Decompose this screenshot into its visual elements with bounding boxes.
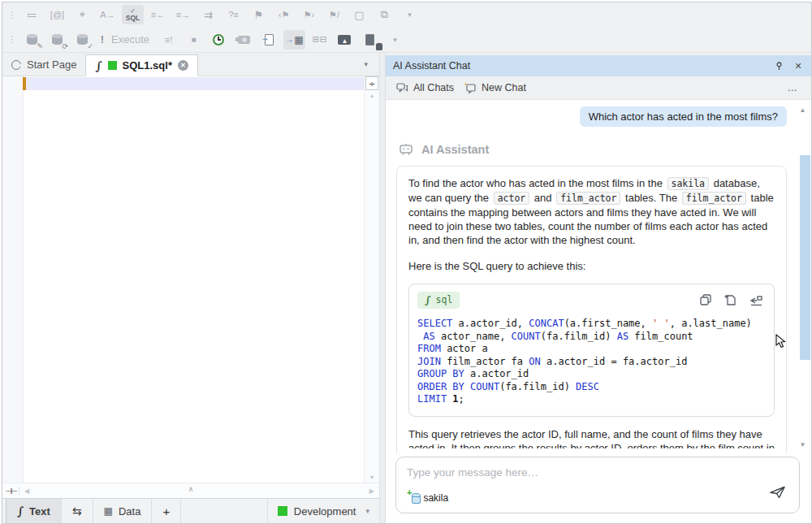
collapse-pane-icon[interactable]: ∧ [188,485,194,493]
editor-vertical-scrollbar[interactable]: ÷ ▲ ▼ [364,76,379,483]
tab-list-caret-icon[interactable]: ▾ [352,60,379,68]
chats-icon [396,83,408,93]
sql-editor[interactable]: ÷ ▲ ▼ [2,76,379,483]
db-refresh-icon[interactable]: ⟳ [46,30,68,50]
chat-input-box[interactable]: Type your message here… + sakila [395,457,800,513]
main-split: Start Page ∫ SQL1.sql* ✕ ▾ ÷ ▲ [2,53,811,523]
import-to-table-icon[interactable]: →▦ [283,30,305,50]
tab-start-page[interactable]: Start Page [2,54,85,76]
import-file-icon[interactable]: → [258,30,280,50]
layout-icon[interactable]: ⊞⊟ [309,30,330,50]
outdent-icon[interactable]: ≡← [147,5,169,24]
all-chats-button[interactable]: All Chats [394,82,456,93]
toolbar-grip-icon[interactable]: ⋮ [7,34,15,45]
profile-color-square [278,506,287,516]
query-history-icon[interactable] [208,30,230,50]
view-tabstrip: ∫ Text ⇆ ▦ Data + Development ▾ [2,498,379,523]
execute-label[interactable]: Execute [111,33,149,45]
next-bookmark-icon[interactable]: ⚑› [298,5,320,24]
indent-icon[interactable]: ≡→ [172,5,194,24]
swap-view-button[interactable]: ⇆ [62,499,93,523]
db-edit-icon[interactable]: ✎ [21,30,43,50]
chat-scrollbar-thumb[interactable] [800,155,810,360]
stop-icon[interactable]: ■ [183,30,205,50]
chat-more-options[interactable]: … [788,82,804,93]
word-completion-icon[interactable]: A→ [97,5,119,24]
select-target-icon[interactable]: ⌖ [71,5,93,24]
script-icon: ∫ [95,60,102,71]
all-chats-label: All Chats [413,82,454,93]
scroll-left-icon[interactable]: ◀ [19,487,34,495]
database-icon [412,493,421,504]
new-file-from-code-icon[interactable] [724,294,736,306]
chat-input-placeholder: Type your message here… [407,466,788,479]
chat-scroll-down-icon[interactable]: ▼ [800,441,806,452]
sql-code-block: ∫ sql SELECT a.actor_id, CONCAT(a.first_… [408,284,775,417]
editor-body[interactable] [24,76,364,483]
close-tab-icon[interactable]: ✕ [178,60,188,71]
editor-toolbar: ⋮ ≔ [@] ⌖ A→ ✓SQL ≡← ≡→ ⇉ ?≡ ⚑ ‹⚑ ⚑› ⚑/ … [2,2,811,27]
export-database-icon[interactable] [359,30,381,50]
tab-sql1[interactable]: ∫ SQL1.sql* ✕ [85,54,198,76]
new-chat-button[interactable]: New Chat [461,82,529,93]
context-database-label: sakila [423,492,448,504]
profile-label: Development [294,505,356,518]
document-tabbar: Start Page ∫ SQL1.sql* ✕ ▾ [2,53,379,76]
db-check-icon[interactable]: ✓ [71,30,93,50]
execute-icon[interactable]: ! [97,30,108,50]
app-window: ⋮ ≔ [@] ⌖ A→ ✓SQL ≡← ≡→ ⇉ ?≡ ⚑ ‹⚑ ⚑› ⚑/ … [2,2,812,524]
ai-chat-toolbar: All Chats New Chat … [386,76,811,100]
editor-horizontal-scrollbar[interactable]: ⊣⊢ ◀ ∧ ▶ [2,483,379,498]
scroll-right-icon[interactable]: ▶ [365,487,379,495]
pin-panel-icon[interactable] [769,58,788,74]
ai-assistant-panel: AI Assistant Chat ✕ All Chats New Chat … [386,53,811,523]
data-grid-icon: ▦ [104,505,113,517]
scroll-up-icon[interactable]: ▲ [369,93,375,98]
parameter-icon[interactable]: [@] [46,5,68,24]
user-message-bubble: Which actor has acted in the most films? [580,106,787,127]
changed-line-marker [23,77,26,90]
split-editor-handle[interactable]: ÷ [365,76,378,90]
splitter-handle-icon[interactable]: ⊣⊢ [2,487,19,496]
add-view-button[interactable]: + [152,499,181,523]
snapshot-icon[interactable] [233,30,255,50]
send-message-button[interactable] [769,486,786,502]
insert-code-to-editor-icon[interactable] [749,295,762,306]
pane-divider[interactable] [379,53,386,523]
assistant-heading: AI Assistant [399,143,787,156]
clear-bookmarks-icon[interactable]: ⚑/ [323,5,345,24]
profile-caret-icon: ▾ [365,507,369,515]
start-page-icon [11,60,21,70]
view-tab-data[interactable]: ▦ Data [93,499,153,523]
new-chat-icon [464,82,477,93]
toolbar-grip-icon[interactable]: ⋮ [7,10,15,20]
ai-robot-icon [399,143,414,156]
toolbar-overflow-caret-icon[interactable]: ▾ [399,5,421,24]
toggle-comment-icon[interactable]: ?≡ [222,5,244,24]
ai-panel-title: AI Assistant Chat [393,60,769,71]
editor-gutter [2,76,24,483]
new-document-icon[interactable]: ▢ [348,5,370,24]
view-tab-text[interactable]: ∫ Text [6,499,62,523]
format-code-icon[interactable]: ⇉ [197,5,219,24]
current-line-highlight [24,77,364,90]
chat-scroll-up-icon[interactable]: ▲ [800,102,806,114]
sql-beautify-icon[interactable]: ✓SQL [122,5,144,24]
run-toolbar: ⋮ ✎ ⟳ ✓ ! Execute ≡! ■ → →▦ ⊞⊟ ▲ ▾ [2,27,811,53]
swap-icon: ⇆ [72,505,82,518]
code-outline-icon[interactable]: ⧉ [374,5,395,24]
copy-code-icon[interactable] [700,294,712,306]
close-panel-icon[interactable]: ✕ [788,58,808,74]
chart-image-icon[interactable]: ▲ [334,30,356,50]
connection-profile-selector[interactable]: Development ▾ [267,499,379,523]
bookmark-icon[interactable]: ⚑ [248,5,270,24]
chat-message-area[interactable]: Which actor has acted in the most films?… [386,100,811,453]
scroll-down-icon[interactable]: ▼ [369,474,375,480]
answer-outro-paragraph: This query retrieves the actor ID, full … [408,427,775,448]
toolbar-overflow-caret-icon[interactable]: ▾ [384,30,406,50]
execute-selected-icon[interactable]: ≡! [158,30,179,50]
previous-bookmark-icon[interactable]: ‹⚑ [273,5,295,24]
context-database-chip[interactable]: + sakila [407,492,448,504]
insert-snippet-icon[interactable]: ≔ [21,5,43,24]
script-icon: ∫ [17,505,24,517]
